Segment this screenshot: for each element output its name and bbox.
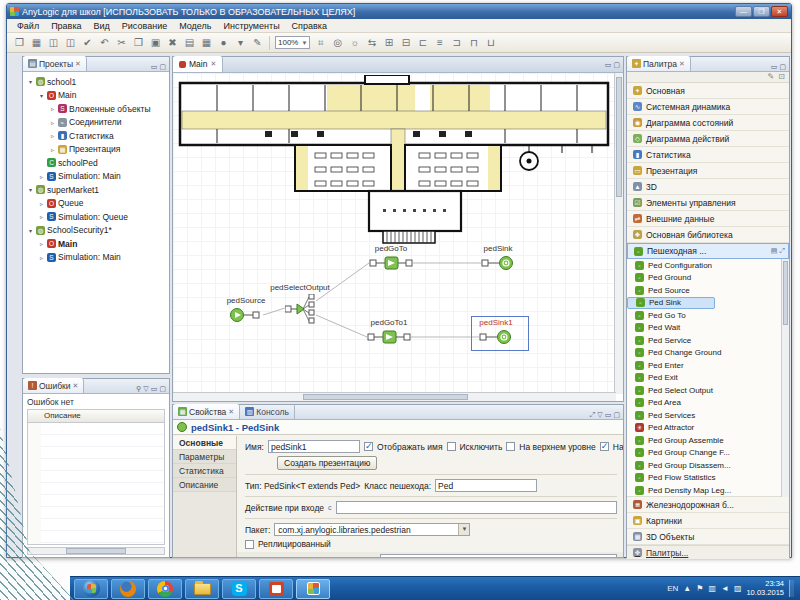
ped-class-input[interactable]: [435, 479, 537, 492]
tree-item[interactable]: ▹ O Queue: [23, 197, 169, 211]
flowchart-block-pedSink1[interactable]: pedSink1: [479, 329, 513, 349]
tree-expander-icon[interactable]: ▹: [49, 119, 56, 126]
flowchart-block-pedSink[interactable]: pedSink: [481, 255, 515, 275]
top-level-checkbox[interactable]: [506, 442, 515, 451]
zoom-level-combo[interactable]: 100% ▼: [275, 36, 310, 49]
tray-app-icon[interactable]: ▨: [734, 584, 742, 593]
palette-section[interactable]: ☑ Элементы управления: [627, 195, 789, 211]
palette-item[interactable]: ◦ Ped Configuration: [627, 259, 789, 272]
flowchart-block-pedGoTo[interactable]: pedGoTo: [369, 255, 413, 275]
cut-icon[interactable]: ✂: [114, 35, 129, 51]
palette-item[interactable]: ◦ Ped Ground: [627, 272, 789, 285]
palette-section[interactable]: ▭ Презентация: [627, 163, 789, 179]
palette-item[interactable]: ◦ Ped Select Output: [627, 384, 789, 397]
save-all-icon[interactable]: ◫: [63, 35, 78, 51]
on-presentation-checkbox[interactable]: [600, 442, 609, 451]
name-input[interactable]: [268, 440, 360, 453]
palette-section[interactable]: ▦ 3D Объекты: [627, 529, 789, 545]
close-button[interactable]: ✕: [771, 6, 788, 17]
copy-icon[interactable]: ❐: [131, 35, 146, 51]
align-right-icon[interactable]: ⊐: [449, 35, 464, 51]
minimize-button[interactable]: —: [735, 6, 752, 17]
flowchart-block-pedSource[interactable]: pedSource: [229, 307, 263, 327]
tree-item[interactable]: ▹ O Main: [23, 237, 169, 251]
maximize-view-icon[interactable]: ▢: [159, 63, 166, 71]
editor-hscrollbar[interactable]: [173, 392, 616, 401]
palette-section[interactable]: ◇ Диаграмма действий: [627, 131, 789, 147]
tree-item[interactable]: ▹ S Simulation: Main: [23, 170, 169, 184]
maximize-view-icon[interactable]: ▢: [613, 411, 620, 419]
maximize-button[interactable]: ❐: [753, 6, 770, 17]
save-icon[interactable]: ◫: [46, 35, 61, 51]
validate-icon[interactable]: ✔: [80, 35, 95, 51]
pencil-icon[interactable]: ✎: [768, 72, 775, 82]
chrome-icon[interactable]: [148, 579, 182, 599]
tree-expander-icon[interactable]: ▹: [38, 213, 45, 220]
align-bottom-icon[interactable]: ⊔: [483, 35, 498, 51]
tree-expander-icon[interactable]: ▹: [38, 200, 45, 207]
toolbox-icon[interactable]: ▦: [199, 35, 214, 51]
new-model-icon[interactable]: ❐: [12, 35, 27, 51]
menu-item[interactable]: Рисование: [116, 21, 173, 31]
tab-properties[interactable]: ▦ Свойства ✕: [173, 404, 240, 419]
palette-item[interactable]: ◦ Ped Sink: [627, 297, 715, 310]
palette-item[interactable]: ◦ Ped Density Map Leg...: [627, 484, 789, 497]
create-presentation-button[interactable]: Создать презентацию: [277, 456, 377, 470]
properties-section-tab[interactable]: Основные: [173, 436, 236, 450]
palette-section[interactable]: ∿ Системная динамика: [627, 99, 789, 115]
tree-item[interactable]: ▾ ◍ superMarket1: [23, 183, 169, 197]
minimize-view-icon[interactable]: ▭: [151, 385, 158, 393]
properties-section-tab[interactable]: Параметры: [173, 450, 236, 464]
skype-icon[interactable]: S: [222, 579, 256, 599]
network-icon[interactable]: ▥: [708, 584, 716, 593]
align-left-icon[interactable]: ⊏: [415, 35, 430, 51]
minimize-view-icon[interactable]: ▭: [605, 411, 612, 419]
palette-item[interactable]: ◦ Ped Services: [627, 409, 789, 422]
tree-item[interactable]: ▹ S Simulation: Queue: [23, 210, 169, 224]
errors-hscrollbar[interactable]: [27, 547, 165, 555]
tab-palette[interactable]: ✦ Палитра ✕: [627, 56, 691, 71]
tree-expander-icon[interactable]: ▹: [49, 132, 56, 139]
run-dropdown-icon[interactable]: ▾: [233, 35, 248, 51]
menu-item[interactable]: Инструменты: [217, 21, 285, 31]
palette-section-pedestrian[interactable]: ◦ Пешеходная ... ▤ ⤢: [627, 243, 789, 259]
exclude-checkbox[interactable]: [447, 442, 456, 451]
maximize-view-icon[interactable]: ▢: [159, 385, 166, 393]
flowchart-block-pedGoTo1[interactable]: pedGoTo1: [367, 329, 411, 349]
link-editor-icon[interactable]: ⤢: [590, 411, 596, 419]
show-name-checkbox[interactable]: [364, 442, 373, 451]
presentation-draw-icon[interactable]: ✎: [250, 35, 265, 51]
tree-item[interactable]: ▾ ◍ SchoolSecurity1*: [23, 224, 169, 238]
tray-expand-icon[interactable]: ▲: [683, 584, 691, 593]
lightbulb-icon[interactable]: ☼: [347, 35, 362, 51]
start-button[interactable]: [74, 579, 108, 599]
paste-icon[interactable]: ▣: [148, 35, 163, 51]
replicated-checkbox[interactable]: [245, 540, 254, 549]
flag-icon[interactable]: ⚑: [696, 584, 703, 593]
tree-item[interactable]: ▹ ▦ Презентация: [23, 143, 169, 157]
palette-item[interactable]: ◦ Ped Change Ground: [627, 347, 789, 360]
language-indicator[interactable]: EN: [667, 584, 678, 593]
view-menu-icon[interactable]: ▽: [143, 385, 148, 393]
firefox-icon[interactable]: [111, 579, 145, 599]
run-icon[interactable]: ●: [216, 35, 231, 51]
palette-section[interactable]: ❖ Основная библиотека: [627, 227, 789, 243]
palette-item[interactable]: ✳ Ped Attractor: [627, 422, 789, 435]
clock[interactable]: 23:34 10.03.2015: [746, 580, 784, 597]
expand-icon[interactable]: ⤢: [779, 247, 785, 254]
zoom-area-icon[interactable]: ⌗: [313, 35, 328, 51]
palette-item[interactable]: ◦ Ped Service: [627, 334, 789, 347]
palette-section[interactable]: ◉ Диаграмма состояний: [627, 115, 789, 131]
align-top-icon[interactable]: ⊓: [466, 35, 481, 51]
palette-item[interactable]: ◦ Ped Area: [627, 397, 789, 410]
collapse-icon[interactable]: ▤: [771, 247, 778, 254]
maximize-view-icon[interactable]: ▢: [779, 63, 786, 71]
editor-vscrollbar[interactable]: [614, 73, 623, 394]
undo-icon[interactable]: ↶: [97, 35, 112, 51]
palette-item[interactable]: ◦ Ped Group Change F...: [627, 447, 789, 460]
palette-item[interactable]: ◦ Ped Enter: [627, 359, 789, 372]
volume-icon[interactable]: ◄: [721, 584, 729, 593]
tab-main-editor[interactable]: Main ✕: [173, 56, 223, 72]
view-menu-icon[interactable]: ▽: [597, 411, 602, 419]
minimize-view-icon[interactable]: ▭: [605, 61, 612, 69]
